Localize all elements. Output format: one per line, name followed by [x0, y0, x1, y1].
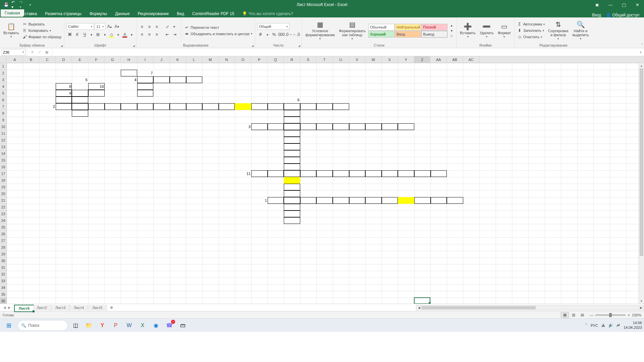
tab-layout[interactable]: Разметка страницы [41, 10, 86, 17]
column-header[interactable]: L [186, 56, 203, 63]
app-icon[interactable]: 🗃 [177, 320, 189, 331]
undo-icon[interactable]: ↶ ▾ [11, 2, 17, 7]
column-header[interactable]: Y [398, 56, 414, 63]
style-up-button[interactable]: ▴ [449, 22, 454, 28]
indent-dec-button[interactable]: ⇤ [164, 31, 171, 38]
style-output[interactable]: Вывод [421, 31, 447, 38]
row-header[interactable]: 1 [0, 63, 6, 70]
number-dialog-icon[interactable]: ◢ [298, 44, 300, 47]
tab-insert[interactable]: Вставка [18, 10, 41, 17]
align-bot-button[interactable]: ≡ [153, 23, 160, 30]
redo-icon[interactable]: ↷ ▾ [19, 2, 25, 7]
row-header[interactable]: 9 [0, 117, 6, 123]
style-neutral[interactable]: Нейтральный [395, 24, 421, 31]
number-format-combo[interactable]: Общий▾ [257, 23, 289, 30]
style-input[interactable]: Ввод [395, 31, 421, 38]
word-icon[interactable]: W [123, 320, 135, 331]
shrink-font-button[interactable]: A▾ [113, 23, 120, 30]
save-icon[interactable]: 💾 [3, 2, 9, 7]
row-header[interactable]: 29 [0, 251, 6, 257]
row-header[interactable]: 31 [0, 264, 6, 271]
taskview-icon[interactable]: ◫ [70, 320, 81, 331]
cut-button[interactable]: ✂Вырезать [22, 21, 62, 27]
find-select-button[interactable]: 🔍Найти и выделить▾ [571, 18, 590, 43]
tray-chevron-icon[interactable]: ˄ [585, 323, 587, 327]
column-header[interactable]: G [105, 56, 121, 63]
hscroll-thumb[interactable] [422, 306, 536, 309]
orientation-button[interactable]: ⤢ [164, 23, 171, 30]
fill-color-button[interactable]: ◇ [108, 31, 115, 38]
clock[interactable]: 14:0614.04.2023 [624, 321, 642, 329]
cell-value[interactable]: 9 [56, 90, 72, 97]
vertical-scrollbar[interactable]: ▴ ▾ [639, 63, 644, 304]
font-size-combo[interactable]: 11▾ [95, 23, 105, 30]
style-bad[interactable]: Плохой [421, 24, 447, 31]
expand-formula-icon[interactable]: ▾ [637, 51, 644, 54]
grow-font-button[interactable]: A▴ [106, 23, 113, 30]
align-top-button[interactable]: ≡ [139, 23, 145, 30]
column-header[interactable]: AC [463, 56, 480, 63]
row-header[interactable]: 26 [0, 231, 6, 237]
minimize-button[interactable]: — [604, 0, 617, 9]
cell-value[interactable]: 2 [39, 103, 56, 110]
cell-value[interactable]: 4 [121, 76, 137, 83]
column-header[interactable]: N [219, 56, 235, 63]
zoom-slider[interactable] [595, 314, 626, 316]
ribbon-display-icon[interactable]: ▣ [594, 1, 600, 8]
row-header[interactable]: 15 [0, 157, 6, 164]
row-header[interactable]: 32 [0, 271, 6, 278]
style-normal[interactable]: Обычный [368, 24, 394, 31]
underline-button[interactable]: Ч [81, 31, 88, 38]
row-header[interactable]: 25 [0, 224, 6, 231]
volume-icon[interactable]: 🔊 [608, 323, 613, 327]
collapse-ribbon-icon[interactable]: ˄ [641, 43, 643, 47]
column-header[interactable]: A [7, 56, 23, 63]
font-dialog-icon[interactable]: ◢ [133, 44, 135, 47]
align-left-button[interactable]: ≡ [139, 31, 145, 38]
sheet-next-icon[interactable]: ▶ [8, 306, 11, 309]
row-header[interactable]: 16 [0, 164, 6, 170]
row-header[interactable]: 8 [0, 110, 6, 117]
row-header[interactable]: 21 [0, 197, 6, 204]
format-as-table-button[interactable]: ▤Форматировать как таблицу▾ [337, 18, 367, 43]
align-dialog-icon[interactable]: ◢ [252, 44, 254, 47]
border-button[interactable]: ⊞ [95, 31, 101, 38]
row-header[interactable]: 23 [0, 210, 6, 217]
excel-icon[interactable]: X [137, 320, 148, 331]
tab-view[interactable]: Вид [173, 10, 188, 17]
column-header[interactable]: O [235, 56, 251, 63]
column-header[interactable]: I [137, 56, 154, 63]
row-header[interactable]: 13 [0, 143, 6, 150]
row-header[interactable]: 5 [0, 90, 6, 97]
column-header[interactable]: J [153, 56, 170, 63]
scroll-left-icon[interactable]: ◀ [416, 306, 422, 309]
style-more-button[interactable]: ▿ [449, 33, 454, 39]
font-name-combo[interactable]: Calibri▾ [66, 23, 94, 30]
tab-review[interactable]: Рецензирование [134, 10, 173, 17]
italic-button[interactable]: К [74, 31, 80, 38]
column-header[interactable]: V [349, 56, 365, 63]
row-header[interactable]: 22 [0, 204, 6, 210]
style-good[interactable]: Хороший [368, 31, 394, 38]
row-header[interactable]: 12 [0, 137, 6, 143]
scroll-up-icon[interactable]: ▴ [639, 63, 644, 68]
clear-button[interactable]: ◇Очистить ▾ [517, 34, 545, 40]
column-header[interactable]: U [333, 56, 349, 63]
fill-button[interactable]: ⬇Заполнить ▾ [517, 28, 545, 33]
row-header[interactable]: 27 [0, 237, 6, 244]
row-header[interactable]: 2 [0, 70, 6, 76]
powerpoint-icon[interactable]: P [110, 320, 121, 331]
yandex-icon[interactable]: Y [97, 320, 108, 331]
currency-button[interactable]: ₽ [257, 31, 264, 38]
align-mid-button[interactable]: ≡ [146, 23, 153, 30]
column-header[interactable]: R [284, 56, 300, 63]
column-header[interactable]: X [382, 56, 398, 63]
delete-cells-button[interactable]: ➖Удалить▾ [478, 18, 495, 43]
tab-pdf[interactable]: ContentReader PDF 15 [188, 10, 238, 17]
row-header[interactable]: 18 [0, 177, 6, 184]
row-header[interactable]: 17 [0, 170, 6, 177]
explorer-icon[interactable]: 📁 [83, 320, 95, 331]
edge-icon[interactable]: ◉ [150, 320, 162, 331]
tab-file[interactable]: Файл [0, 10, 18, 17]
column-header[interactable]: E [72, 56, 88, 63]
